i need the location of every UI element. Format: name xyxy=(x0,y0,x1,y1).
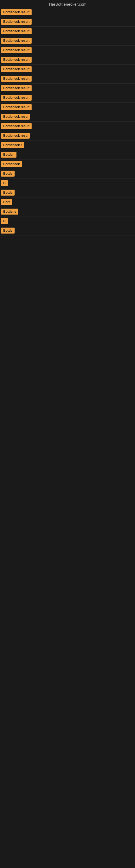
bottleneck-result-badge[interactable]: Bottlen xyxy=(1,152,16,158)
list-item: Bottleneck result xyxy=(0,8,135,17)
bottleneck-result-badge[interactable]: Bottleneck result xyxy=(1,19,32,25)
bottleneck-result-badge[interactable]: Bottlens xyxy=(1,209,18,215)
bottleneck-result-badge[interactable]: B xyxy=(1,180,8,186)
site-title: TheBottlenecker.com xyxy=(0,0,135,8)
bottleneck-result-badge[interactable]: Bott xyxy=(1,199,12,205)
list-item: Bottle xyxy=(0,226,135,236)
list-item: B xyxy=(0,179,135,188)
list-item: Bottleneck result xyxy=(0,27,135,36)
bottleneck-result-badge[interactable]: Bottleneck result xyxy=(1,66,32,72)
list-item: Bottleneck result xyxy=(0,102,135,112)
list-item: Bottleneck result xyxy=(0,84,135,93)
list-item: Bottleneck result xyxy=(0,36,135,45)
list-item: Bottleneck result xyxy=(0,65,135,74)
bottleneck-result-badge[interactable]: Bottleneck resu xyxy=(1,114,30,120)
list-item: Bottleneck result xyxy=(0,45,135,55)
bottleneck-result-badge[interactable]: Bottle xyxy=(1,190,14,195)
list-item: Bottle xyxy=(0,169,135,179)
list-item: Bottleneck result xyxy=(0,74,135,84)
bottleneck-result-badge[interactable]: Bottleneck result xyxy=(1,123,32,129)
bottleneck-result-badge[interactable]: Bottleneck result xyxy=(1,47,32,53)
list-item: Bottleneck r xyxy=(0,141,135,150)
bottleneck-result-badge[interactable]: Bottle xyxy=(1,227,14,234)
list-item: Bottle xyxy=(0,188,135,197)
bottleneck-result-badge[interactable]: Bottleneck result xyxy=(1,57,32,63)
list-item: Bottleneck xyxy=(0,159,135,169)
bottleneck-result-badge[interactable]: Bottleneck r xyxy=(1,142,24,148)
list-item: Bottlens xyxy=(0,207,135,216)
bottleneck-result-badge[interactable]: Bottleneck result xyxy=(1,85,32,91)
bottleneck-result-badge[interactable]: Bottleneck xyxy=(1,161,22,167)
list-item: Bottleneck result xyxy=(0,17,135,27)
bottleneck-result-badge[interactable]: B xyxy=(1,218,8,224)
bottleneck-result-badge[interactable]: Bottleneck result xyxy=(1,104,32,110)
list-item: Bottleneck result xyxy=(0,55,135,65)
bottleneck-result-badge[interactable]: Bottleneck result xyxy=(1,9,32,15)
list-item: Bottleneck resu xyxy=(0,112,135,122)
bottleneck-result-badge[interactable]: Bottleneck resu xyxy=(1,133,30,138)
bottleneck-result-badge[interactable]: Bottle xyxy=(1,170,14,177)
list-item: Bott xyxy=(0,197,135,207)
list-item: Bottleneck result xyxy=(0,93,135,102)
bottleneck-result-badge[interactable]: Bottleneck result xyxy=(1,76,32,82)
list-item: B xyxy=(0,216,135,226)
list-item: Bottleneck result xyxy=(0,122,135,131)
list-item: Bottlen xyxy=(0,150,135,159)
list-item: Bottleneck resu xyxy=(0,131,135,141)
bottleneck-result-badge[interactable]: Bottleneck result xyxy=(1,28,32,34)
bottleneck-result-badge[interactable]: Bottleneck result xyxy=(1,38,32,44)
bottleneck-result-badge[interactable]: Bottleneck result xyxy=(1,95,32,101)
